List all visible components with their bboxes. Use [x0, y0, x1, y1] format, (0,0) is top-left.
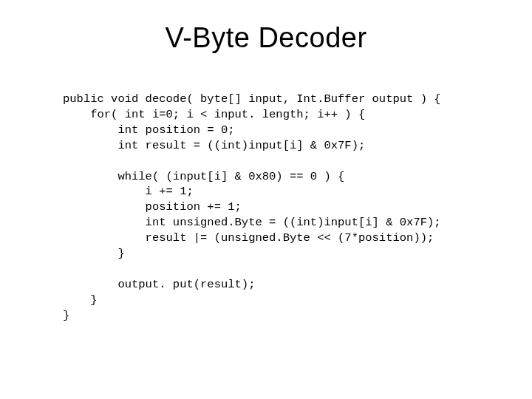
code-line: } [63, 293, 98, 307]
code-line: int position = 0; [63, 123, 235, 137]
code-line: int unsigned.Byte = ((int)input[i] & 0x7… [63, 216, 441, 229]
code-line: i += 1; [63, 185, 194, 198]
code-line: output. put(result); [63, 278, 255, 291]
code-line: int result = ((int)input[i] & 0x7F); [63, 139, 365, 152]
code-line: for( int i=0; i < input. length; i++ ) { [63, 108, 365, 121]
slide-title: V-Byte Decoder [30, 22, 502, 54]
code-block: public void decode( byte[] input, Int.Bu… [63, 76, 502, 324]
code-line: while( (input[i] & 0x80) == 0 ) { [63, 170, 344, 183]
code-line: public void decode( byte[] input, Int.Bu… [63, 92, 441, 106]
code-line: } [63, 247, 125, 260]
code-line: result |= (unsigned.Byte << (7*position)… [63, 231, 434, 245]
code-line: } [63, 309, 69, 322]
slide: V-Byte Decoder public void decode( byte[… [0, 0, 532, 399]
code-line: position += 1; [63, 200, 242, 214]
